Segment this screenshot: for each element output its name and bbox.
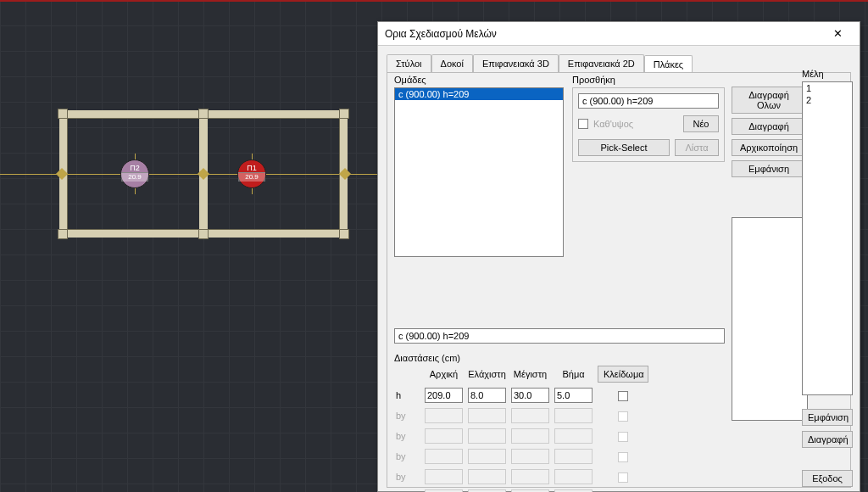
add-name-input[interactable] (578, 93, 719, 109)
dim-row-label: h (394, 390, 420, 400)
dim-input-disabled (554, 449, 593, 464)
dim-input-disabled (511, 428, 549, 444)
column-node (58, 109, 68, 119)
slab-marker-p2[interactable]: Π2 20.9 (120, 159, 149, 188)
dim-input-disabled (425, 428, 463, 444)
col-step: Βήμα (554, 369, 593, 379)
dialog-title: Ορια Σχεδιασμού Μελών (385, 28, 822, 40)
col-max: Μέγιστη (511, 369, 549, 379)
dim-row-label: by (394, 451, 420, 461)
dim-input-disabled (511, 408, 549, 423)
slab-value: 20.9 (238, 172, 265, 182)
dim-input-disabled (468, 428, 506, 444)
tab-slabs[interactable]: Πλάκες (644, 55, 693, 73)
groups-label: Ομάδες (394, 75, 564, 85)
dim-input-disabled (468, 469, 506, 484)
dim-input-disabled (425, 408, 463, 423)
dim-lock-checkbox-disabled (618, 452, 628, 462)
slab-marker-p1[interactable]: Π1 20.9 (237, 159, 266, 188)
column-node (58, 229, 68, 239)
dim-lock-checkbox-disabled (618, 432, 628, 442)
close-button[interactable]: ✕ (822, 23, 853, 45)
slab-name: Π2 (121, 160, 148, 172)
dim-h-lock-checkbox[interactable] (618, 391, 628, 401)
cad-drawing[interactable]: Π2 20.9 Π1 20.9 (59, 110, 348, 238)
dim-input-disabled (468, 408, 506, 423)
slab-name: Π1 (238, 160, 265, 172)
groups-listbox[interactable]: c (900.00) h=209 (394, 87, 564, 257)
dim-row-label: by (394, 411, 420, 421)
close-icon: ✕ (833, 27, 843, 40)
column-node (198, 109, 209, 119)
tab-beams[interactable]: Δοκοί (431, 54, 473, 72)
tab-columns[interactable]: Στύλοι (387, 54, 431, 72)
dim-lock-checkbox-disabled (618, 472, 628, 483)
list-button: Λίστα (675, 139, 719, 156)
dim-input-disabled (425, 469, 463, 484)
design-limits-dialog: Ορια Σχεδιασμού Μελών ✕ Στύλοι Δοκοί Επι… (377, 21, 860, 492)
dim-input-disabled (554, 408, 593, 423)
dim-h-step[interactable] (554, 388, 593, 403)
dim-input-disabled (468, 449, 506, 464)
initialize-button[interactable]: Αρχικοποίηση (732, 139, 806, 156)
dim-input-disabled (511, 449, 549, 464)
col-min: Ελάχιστη (468, 369, 506, 379)
tab-surface-3d[interactable]: Επιφανειακά 3D (473, 54, 559, 72)
column-node (339, 229, 349, 239)
dim-input-disabled (511, 469, 549, 484)
dim-row-label: by (394, 472, 420, 482)
exit-button[interactable]: Εξοδος (802, 470, 853, 487)
column-node (339, 109, 349, 119)
dim-row-label: by (394, 431, 420, 441)
dim-input-disabled (554, 428, 593, 444)
add-label: Προσθήκη (572, 75, 725, 85)
dim-input-disabled (425, 449, 463, 464)
kath-upsos-label: Καθ'υψος (593, 119, 633, 129)
slab-value: 20.9 (121, 172, 148, 182)
dim-input-disabled (554, 469, 593, 484)
members-delete-button[interactable]: Διαγραφή (802, 431, 853, 448)
member-item[interactable]: 2 (803, 94, 852, 106)
pick-select-button[interactable]: Pick-Select (578, 139, 670, 156)
delete-button[interactable]: Διαγραφή (732, 118, 806, 135)
lock-button[interactable]: Κλείδωμα (598, 366, 648, 383)
show-button[interactable]: Εμφάνιση (732, 160, 806, 177)
new-button[interactable]: Νέο (683, 115, 719, 132)
column-node (198, 229, 209, 239)
dim-h-max[interactable] (511, 388, 549, 403)
col-initial: Αρχική (425, 369, 463, 379)
members-label: Μέλη (802, 69, 853, 79)
delete-all-button[interactable]: Διαγραφή Ολων (732, 87, 806, 114)
dim-h-min[interactable] (468, 388, 506, 403)
members-listbox[interactable]: 1 2 (802, 81, 853, 395)
dim-h-initial[interactable] (425, 388, 463, 403)
group-edit-input[interactable] (394, 328, 725, 344)
tab-bar: Στύλοι Δοκοί Επιφανειακά 3D Επιφανειακά … (387, 54, 851, 72)
kath-upsos-checkbox[interactable] (578, 119, 588, 129)
dimensions-grid: Αρχική Ελάχιστη Μέγιστη Βήμα Κλείδωμα h … (394, 366, 665, 492)
dialog-titlebar[interactable]: Ορια Σχεδιασμού Μελών ✕ (378, 22, 860, 46)
group-item[interactable]: c (900.00) h=209 (395, 88, 563, 100)
tab-surface-2d[interactable]: Επιφανειακά 2D (559, 54, 644, 72)
app-top-separator (0, 0, 868, 2)
member-item[interactable]: 1 (803, 82, 852, 94)
dimensions-label: Διαστάσεις (cm) (394, 353, 665, 363)
dim-lock-checkbox-disabled (618, 411, 628, 422)
members-show-button[interactable]: Εμφάνιση (802, 409, 853, 426)
tab-panel-slabs: Ομάδες c (900.00) h=209 Προσθήκη Καθ'υψο… (387, 72, 851, 488)
scratch-listbox[interactable] (732, 217, 808, 421)
